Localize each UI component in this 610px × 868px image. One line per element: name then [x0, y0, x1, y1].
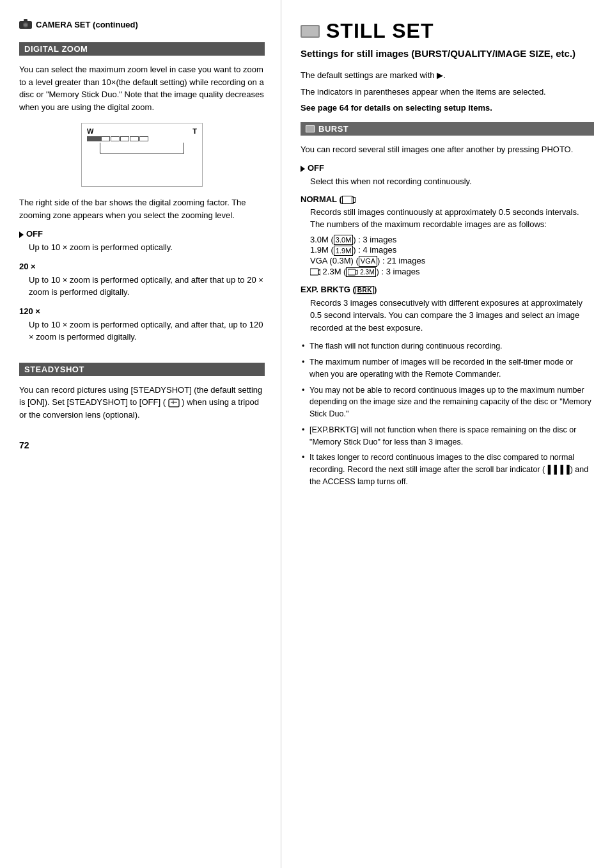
- steadyshot-section: STEADYSHOT You can record pictures using…: [19, 363, 265, 422]
- intro1: The default settings are marked with ▶.: [301, 69, 594, 82]
- off-heading-left: ▶OFFOFF: [19, 229, 265, 239]
- off-text-left: Up to 10 × zoom is performed optically.: [29, 241, 265, 254]
- right-column: STILL SET Settings for still images (BUR…: [281, 0, 610, 868]
- bar-empty: [101, 136, 148, 141]
- burst-off-heading: OFF: [301, 163, 594, 173]
- zoom-diagram: W T: [81, 123, 203, 187]
- page: CAMERA SET (continued) DIGITAL ZOOM You …: [0, 0, 610, 868]
- twenty-heading: 20 ×: [19, 262, 265, 271]
- zoom-bar-row: [82, 136, 202, 141]
- bullet-4: [EXP.BRKTG] will not function when there…: [301, 424, 594, 448]
- bullet-1: The flash will not function during conti…: [301, 340, 594, 352]
- burst-body: You can record several still images one …: [301, 143, 594, 156]
- burst-label: BURST: [318, 124, 348, 134]
- camera-icon: [19, 19, 32, 29]
- camera-set-header: CAMERA SET (continued): [19, 19, 265, 29]
- steadyshot-title: STEADYSHOT: [19, 363, 265, 376]
- still-set-subtitle: Settings for still images (BURST/QUALITY…: [301, 47, 594, 60]
- burst-normal-body: Records still images continuously at app…: [310, 206, 594, 231]
- img-size-4: 2.3M ( 2.3M) : 3 images: [310, 267, 594, 277]
- exp-brktg-body: Records 3 images consecutively with diff…: [310, 297, 594, 335]
- svg-point-3: [24, 24, 27, 27]
- diagram-caption: The right side of the bar shows the digi…: [19, 196, 265, 221]
- svg-rect-8: [302, 26, 318, 36]
- arrow-burst-off: [301, 166, 305, 172]
- zoom-diagram-wrapper: W T: [19, 123, 265, 187]
- burst-normal-heading: NORMAL ( ): [301, 194, 594, 204]
- bullet-2: The maximum number of images will be rec…: [301, 356, 594, 381]
- img-size-1: 3.0M (3.0M) : 3 images: [310, 235, 594, 246]
- svg-rect-1: [24, 19, 27, 22]
- digital-zoom-title: DIGITAL ZOOM: [19, 42, 265, 56]
- digital-zoom-section: DIGITAL ZOOM You can select the maximum …: [19, 42, 265, 343]
- still-set-icon: [301, 24, 320, 39]
- left-column: CAMERA SET (continued) DIGITAL ZOOM You …: [0, 0, 281, 868]
- img-size-2: 1.9M (1.9M) : 4 images: [310, 245, 594, 256]
- bar-filled: [87, 136, 101, 141]
- burst-icon-box: [306, 125, 315, 132]
- steadyshot-body: You can record pictures using [STEADYSHO…: [19, 384, 265, 422]
- bracket-shape: [100, 143, 184, 154]
- onetwenty-text: Up to 10 × zoom is performed optically, …: [29, 319, 265, 343]
- w-label: W: [87, 127, 93, 135]
- svg-rect-9: [310, 269, 318, 275]
- burst-section: BURST You can record several still image…: [301, 122, 594, 488]
- burst-title-box: BURST: [301, 122, 594, 136]
- movie-icon: [310, 268, 320, 276]
- digital-zoom-body: You can select the maximum zoom level in…: [19, 63, 265, 113]
- page-number: 72: [19, 440, 265, 450]
- exp-brktg-heading: EXP. BRKTG (BRK): [301, 285, 594, 294]
- bullet-5: It takes longer to record continuous ima…: [301, 452, 594, 487]
- twenty-text: Up to 10 × zoom is performed optically, …: [29, 274, 265, 299]
- normal-icon: [342, 196, 352, 204]
- burst-off-text: Select this when not recording continuou…: [310, 175, 594, 188]
- t-label: T: [192, 127, 197, 135]
- left-header: CAMERA SET (continued): [19, 19, 265, 29]
- svg-rect-10: [348, 269, 356, 275]
- burst-bullets: The flash will not function during conti…: [301, 340, 594, 487]
- image-size-list: 3.0M (3.0M) : 3 images 1.9M (1.9M) : 4 i…: [310, 235, 594, 277]
- size-icon-23m: [348, 269, 358, 276]
- bullet-3: You may not be able to record continuous…: [301, 384, 594, 420]
- bracket-row: [87, 141, 197, 161]
- onetwenty-heading: 120 ×: [19, 306, 265, 316]
- brk-tag: BRK: [356, 286, 374, 294]
- see-page: See page 64 for details on selecting set…: [301, 102, 594, 114]
- intro2: The indicators in parentheses appear whe…: [301, 86, 594, 99]
- camera-set-label: CAMERA SET (continued): [36, 20, 138, 29]
- still-set-title: STILL SET: [301, 19, 594, 43]
- arrow-off-left: [19, 232, 24, 238]
- steadyshot-icon: [168, 398, 180, 408]
- img-size-3: VGA (0.3M) (VGA) : 21 images: [310, 256, 594, 267]
- svg-rect-4: [169, 399, 179, 407]
